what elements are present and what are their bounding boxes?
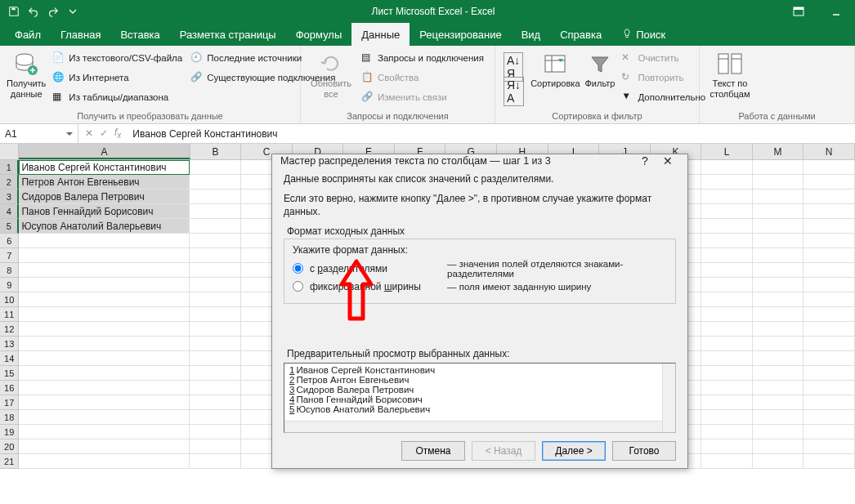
cell[interactable] [701, 204, 753, 219]
delimited-radio[interactable] [293, 263, 303, 274]
cell[interactable] [701, 307, 753, 322]
row-header[interactable]: 3 [0, 190, 19, 204]
cell[interactable] [804, 278, 855, 292]
cell[interactable] [190, 395, 241, 410]
cell[interactable] [701, 425, 753, 439]
sort-desc-button[interactable]: Я↓А [502, 79, 526, 104]
cell[interactable]: Иванов Сергей Константинович [19, 160, 190, 175]
cell[interactable] [701, 292, 753, 307]
cell[interactable] [190, 263, 241, 278]
save-icon[interactable] [7, 4, 21, 19]
from-text-csv-button[interactable]: 📄Из текстового/CSV-файла [51, 49, 184, 67]
cell[interactable] [753, 234, 804, 248]
column-header[interactable]: A [19, 144, 190, 159]
cell[interactable] [701, 337, 753, 351]
cell[interactable] [19, 307, 190, 322]
fx-icon[interactable]: fx [114, 127, 121, 140]
cell[interactable] [753, 322, 804, 337]
row-header[interactable]: 17 [0, 395, 19, 410]
cell[interactable] [19, 322, 190, 337]
refresh-all-button[interactable]: Обновить все [307, 49, 355, 109]
cell[interactable] [804, 322, 855, 337]
cell[interactable] [19, 425, 190, 439]
cell[interactable] [190, 366, 241, 381]
advanced-filter-button[interactable]: ▼Дополнительно [620, 88, 707, 106]
row-header[interactable]: 16 [0, 381, 19, 395]
cell[interactable] [190, 292, 241, 307]
filter-button[interactable]: Фильтр [585, 49, 616, 109]
column-header[interactable]: L [701, 144, 753, 159]
cell[interactable] [190, 337, 241, 351]
cell[interactable] [190, 175, 241, 190]
cell[interactable] [19, 292, 190, 307]
cell[interactable]: Юсупов Анатолий Валерьевич [19, 219, 190, 234]
cell[interactable] [190, 425, 241, 439]
row-header[interactable]: 10 [0, 292, 19, 307]
cell[interactable] [190, 278, 241, 292]
tab-page-layout[interactable]: Разметка страницы [170, 23, 286, 46]
cancel-icon[interactable]: ✕ [85, 127, 93, 139]
cell[interactable] [190, 439, 241, 454]
cell[interactable] [701, 248, 753, 263]
cell[interactable] [804, 292, 855, 307]
row-header[interactable]: 15 [0, 366, 19, 381]
help-button[interactable]: ? [633, 154, 656, 167]
row-header[interactable]: 11 [0, 307, 19, 322]
cell[interactable] [190, 307, 241, 322]
tab-insert[interactable]: Вставка [110, 23, 169, 46]
cell[interactable]: Панов Геннайдий Борисович [19, 204, 190, 219]
cell[interactable] [190, 248, 241, 263]
row-header[interactable]: 21 [0, 454, 19, 469]
cell[interactable] [701, 219, 753, 234]
sort-asc-button[interactable]: А↓Я [502, 55, 526, 79]
column-header[interactable]: N [804, 144, 855, 159]
cell[interactable] [701, 381, 753, 395]
cell[interactable] [753, 337, 804, 351]
cell[interactable] [804, 248, 855, 263]
tab-help[interactable]: Справка [550, 23, 611, 46]
cell[interactable] [753, 395, 804, 410]
cell[interactable] [804, 219, 855, 234]
tab-review[interactable]: Рецензирование [410, 23, 511, 46]
row-header[interactable]: 14 [0, 351, 19, 366]
cell[interactable] [804, 381, 855, 395]
row-header[interactable]: 13 [0, 337, 19, 351]
cell[interactable] [804, 351, 855, 366]
cell[interactable]: Сидоров Валера Петрович [19, 190, 190, 204]
tab-formulas[interactable]: Формулы [286, 23, 352, 46]
cell[interactable] [804, 175, 855, 190]
tab-home[interactable]: Главная [51, 23, 110, 46]
cell[interactable] [190, 454, 241, 469]
cell[interactable] [19, 410, 190, 425]
cell[interactable] [753, 263, 804, 278]
cell[interactable] [701, 454, 753, 469]
cell[interactable] [753, 381, 804, 395]
cell[interactable] [190, 204, 241, 219]
tell-me-search[interactable]: Поиск [611, 23, 675, 46]
cell[interactable] [804, 454, 855, 469]
cell[interactable]: Петров Антон Евгеньевич [19, 175, 190, 190]
cell[interactable] [753, 366, 804, 381]
get-data-button[interactable]: Получить данные [7, 49, 46, 109]
cell[interactable] [753, 351, 804, 366]
cell[interactable] [701, 351, 753, 366]
cell[interactable] [701, 395, 753, 410]
cell[interactable] [753, 175, 804, 190]
dialog-title-bar[interactable]: Мастер распределения текста по столбцам … [272, 154, 687, 167]
cell[interactable] [753, 307, 804, 322]
cell[interactable] [753, 219, 804, 234]
cell[interactable] [804, 307, 855, 322]
tab-view[interactable]: Вид [512, 23, 551, 46]
cell[interactable] [753, 160, 804, 175]
fixed-width-radio[interactable] [293, 281, 303, 292]
cell[interactable] [701, 439, 753, 454]
cell[interactable] [753, 425, 804, 439]
cell[interactable] [804, 439, 855, 454]
row-header[interactable]: 9 [0, 278, 19, 292]
column-header[interactable]: B [190, 144, 242, 159]
enter-icon[interactable]: ✓ [100, 127, 108, 139]
cancel-button[interactable]: Отмена [401, 441, 465, 461]
row-header[interactable]: 1 [0, 160, 19, 175]
name-box[interactable]: A1 [0, 124, 78, 143]
cell[interactable] [701, 278, 753, 292]
